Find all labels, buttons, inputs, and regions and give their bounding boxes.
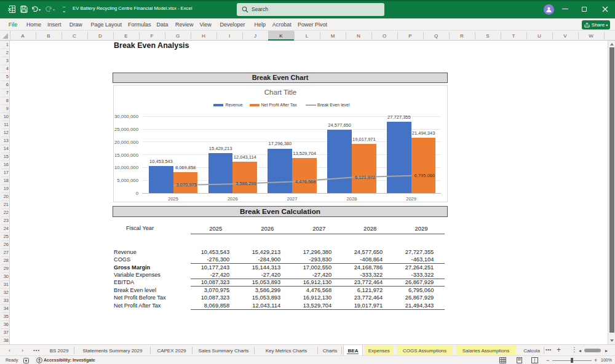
svg-text:X: X	[8, 7, 11, 12]
